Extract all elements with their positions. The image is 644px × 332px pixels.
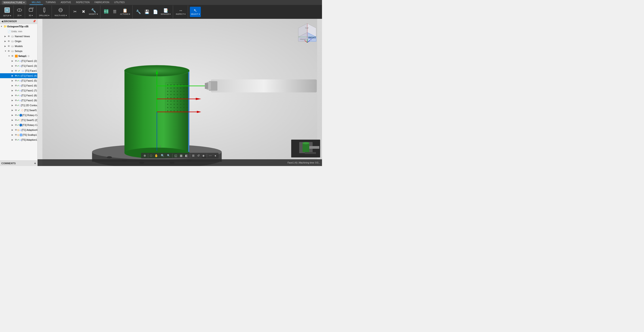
multiaxis-button[interactable]: MULTI-AXIS ▾ <box>54 7 68 17</box>
tree-item-face1-9[interactable]: ▶ 👁 ✔ ▭ [T1] Face1 (9) <box>0 98 37 103</box>
vt-btn-zoom-out[interactable]: 🔍 <box>166 154 171 157</box>
modify-button1[interactable]: ✂ <box>71 7 79 17</box>
svg-point-32 <box>170 84 172 85</box>
tree-item-face1-5[interactable]: ▶ 👁 ✔ ▭ [T1] Face1 (5) <box>0 78 37 83</box>
actions-button3[interactable]: 📋 ACTIONS ▾ <box>119 7 131 17</box>
inspect-button[interactable]: ↔ INSPECT ▾ <box>175 7 186 17</box>
svg-point-61 <box>174 97 175 98</box>
op-icon-adaptive1: ▭ <box>19 138 22 141</box>
tab-milling[interactable]: MILLING <box>30 0 43 5</box>
tree-item-rotary3[interactable]: ▶ 👁 ✔ 🔵 [T3] Rotary Contour1... <box>0 122 37 127</box>
svg-point-83 <box>177 107 178 108</box>
tree-item-2dcontour[interactable]: ▶ 👁 ✔ ◇ [T1] 2D Contour2 <box>0 103 37 108</box>
check-icon-o2: ◎ <box>17 133 20 136</box>
tool-group-multiaxis: MULTI-AXIS ▾ <box>52 5 69 18</box>
drilling-button[interactable]: DRILLING ▾ <box>38 7 50 17</box>
tree-item-face1-8[interactable]: ▶ 👁 ✔ ▭ [T1] Face1 (8) <box>0 93 37 98</box>
2d-icon <box>16 7 22 14</box>
folder-icon-models: 🗂 <box>11 45 15 48</box>
check-icon: ✔ <box>18 109 21 112</box>
manage-button3[interactable]: 📄 <box>152 7 160 17</box>
tree-item-setups[interactable]: ▼ 👁 🗂 Setups <box>0 49 37 54</box>
viewport-3d[interactable]: Y RIGHT TOP FRONT <box>38 19 322 166</box>
tree-item-named-views[interactable]: ▶ 👁 🗂 Named Views <box>0 34 37 39</box>
3d-buttons: 3D ▾ <box>27 6 35 18</box>
tree-item-face1-3[interactable]: ▶ 👁 ✔ ▭ [T1] Face1 (3) <box>0 63 37 68</box>
2d-buttons: 2D ▾ <box>16 6 24 18</box>
tab-turning[interactable]: TURNING <box>44 0 58 5</box>
3d-button[interactable]: 3D ▾ <box>27 7 35 17</box>
vt-btn-arrow[interactable]: ◂ <box>213 153 217 158</box>
setup1-label: Setup1 <box>18 55 26 57</box>
svg-point-33 <box>174 84 175 85</box>
vt-btn-display2[interactable]: ▦ <box>179 153 184 158</box>
svg-point-69 <box>177 101 178 102</box>
tree-item-rotary1[interactable]: ▶ 👁 ✔ 🔵 [T1] Rotary Contour1 <box>0 113 37 118</box>
view-cube[interactable]: RIGHT TOP FRONT Z <box>296 22 318 45</box>
setup-button[interactable]: G SETUP ▾ <box>2 7 12 17</box>
svg-point-50 <box>183 91 184 92</box>
app-name-button[interactable]: MANUFACTURE ▾ <box>2 1 26 5</box>
vt-btn-more[interactable]: ⋯ <box>208 153 213 158</box>
modify-button2[interactable]: ✖ <box>80 7 88 17</box>
vt-btn-fit[interactable]: □ <box>149 153 153 158</box>
op-icon: ▭ <box>19 84 22 87</box>
vt-btn-shading[interactable]: ◈ <box>201 153 206 158</box>
tool-group-select: ↖ SELECT ▾ <box>188 5 202 18</box>
eye-icon: 👁 <box>15 84 17 87</box>
actions-button1[interactable]: G1G1G2 <box>102 7 110 17</box>
actions-icon3: 📋 <box>122 9 128 13</box>
tree-item-models[interactable]: ▶ 👁 🗂 Models <box>0 44 37 49</box>
browser-footer[interactable]: COMMENTS + <box>0 160 37 166</box>
tree-item-origin[interactable]: ▶ 👁 🗂 Origin <box>0 39 37 44</box>
tree-item-face1-2[interactable]: ▶ 👁 ✔ ▭ [T1] Face1 (2) <box>0 59 37 63</box>
comments-add-icon[interactable]: + <box>34 161 36 165</box>
tab-fabrication[interactable]: FABRICATION <box>92 0 112 5</box>
tree-item-face1-6[interactable]: ▶ 👁 ✔ ▭ [T1] Face1 (6) <box>0 83 37 88</box>
tree-item-adaptive1[interactable]: ▶ 👁 ✔ ▭ [T5] Adaptive1 <box>0 137 37 142</box>
actions-button2[interactable]: ☰ <box>111 7 119 17</box>
vt-btn-display1[interactable]: ◱ <box>173 153 178 158</box>
tree-item-face1[interactable]: ▶ 👁 ✔ ▭ [T1] Face1 <box>0 68 37 73</box>
svg-point-38 <box>167 88 168 89</box>
vt-btn-display3[interactable]: ◧ <box>184 153 189 158</box>
2d-label: 2D ▾ <box>17 14 21 17</box>
vt-btn-zoom-in[interactable]: 🔍 <box>160 153 166 158</box>
check-icon: ✔ <box>17 60 19 63</box>
vt-btn-display4[interactable]: ⊞ <box>191 153 196 158</box>
vt-btn-orbit[interactable]: ↺ <box>196 153 201 158</box>
svg-point-92 <box>183 110 184 111</box>
vt-sep1 <box>148 154 148 158</box>
browser-header[interactable]: ◀ BROWSER 📌 <box>0 19 37 24</box>
tab-additive[interactable]: ADDITIVE <box>58 0 73 5</box>
browser-content[interactable]: ▼ 📁 OctogoonTOp v35 📄 Units: mm ▶ 👁 🗂 Na… <box>0 24 37 160</box>
tree-item-adaptive4[interactable]: ▶ 👁 ◎ ▭ [T1] Adaptive4 <box>0 127 37 132</box>
tab-utilities[interactable]: UTILITIES <box>112 0 127 5</box>
vt-sep2 <box>172 154 172 158</box>
tree-item-root[interactable]: ▼ 📁 OctogoonTOp v35 <box>0 24 37 29</box>
cursor-icon: ↖ <box>194 9 197 13</box>
vt-btn-pan[interactable]: ✋ <box>154 153 159 158</box>
tree-item-scallop1[interactable]: ▶ 👁 ◎ 🌀 [T5] Scallop1 <box>0 132 37 137</box>
folder-icon-setups: 🗂 <box>11 50 15 53</box>
tree-item-face1-7[interactable]: ▶ 👁 ✔ ▭ [T1] Face1 (7) <box>0 88 37 93</box>
svg-point-31 <box>167 84 168 85</box>
manage-button1[interactable]: 🔧 <box>134 7 142 17</box>
vt-sep3 <box>190 154 190 158</box>
tree-item-face1-4[interactable]: ▶ 👁 ✔ ▭ [T1] Face1 (4) <box>0 73 37 78</box>
tab-inspection[interactable]: INSPECTION <box>74 0 92 5</box>
manage-button2[interactable]: 💾 <box>143 7 151 17</box>
svg-point-73 <box>167 104 168 105</box>
modify-button3[interactable]: 🔧 MODIFY ▾ <box>88 7 99 17</box>
tree-item-swarf1[interactable]: ▶ 👁 ✔ ⬡ [T1] Swarf1 <box>0 108 37 113</box>
tree-item-swarf1-2[interactable]: ▶ 👁 ✔ ⬡ [T1] Swarf1 (2) <box>0 118 37 122</box>
svg-point-76 <box>177 104 178 105</box>
vt-btn-home[interactable]: ⊕ <box>142 153 147 158</box>
tree-item-setup1[interactable]: ▼ 👁 🟧 Setup1 ⊙ <box>0 54 37 59</box>
manage-button4[interactable]: 📑 MANAGE ▾ <box>160 7 172 17</box>
mini-preview[interactable] <box>291 139 320 157</box>
svg-point-34 <box>177 84 178 85</box>
eye-icon: 👁 <box>15 65 17 67</box>
select-button[interactable]: ↖ SELECT ▾ <box>190 7 200 17</box>
2d-button[interactable]: 2D ▾ <box>16 7 24 17</box>
